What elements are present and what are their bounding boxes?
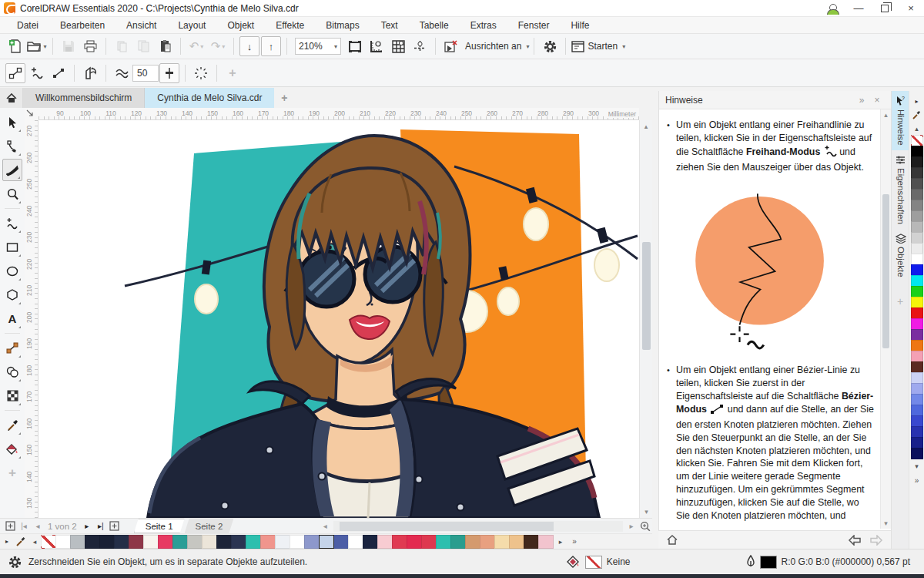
docpalette-scroll-left[interactable]: ◂ xyxy=(28,534,42,549)
docker-tab-eigenschaften[interactable]: Eigenschaften xyxy=(892,150,909,229)
document-color-swatch[interactable] xyxy=(70,535,85,549)
show-guidelines-button[interactable] xyxy=(410,36,430,56)
vertical-scroll-thumb[interactable] xyxy=(642,242,651,350)
document-color-swatch[interactable] xyxy=(348,535,363,549)
document-color-swatch[interactable] xyxy=(99,535,115,549)
tool-zoom[interactable] xyxy=(2,183,22,205)
tool-freehand[interactable] xyxy=(2,212,22,234)
document-color-swatch[interactable] xyxy=(246,535,261,549)
drawing-canvas[interactable] xyxy=(38,120,639,518)
document-color-swatch[interactable] xyxy=(85,535,100,549)
document-color-swatch[interactable] xyxy=(304,535,320,549)
show-rulers-button[interactable] xyxy=(367,36,387,56)
smoothing-slider-button[interactable] xyxy=(159,63,179,83)
document-color-swatch[interactable] xyxy=(494,535,510,549)
zoom-level-input[interactable] xyxy=(299,41,333,52)
vertical-ruler[interactable]: 2702602502402302202102001901801701601501… xyxy=(25,120,38,518)
document-color-swatch[interactable] xyxy=(465,535,480,549)
redo-button[interactable]: ↷▾ xyxy=(208,36,228,56)
color-swatch[interactable] xyxy=(911,372,923,384)
horizontal-ruler[interactable]: Millimeter 90100110120130140150160170180… xyxy=(38,108,639,120)
docker-add-button[interactable]: + xyxy=(892,295,909,307)
canvas-vertical-scrollbar[interactable]: ▴ ▾ xyxy=(639,120,652,518)
tool-ellipse[interactable] xyxy=(2,260,22,282)
panel-scroll-down[interactable]: ▾ xyxy=(881,518,891,529)
previous-page-button[interactable]: ◂ xyxy=(31,519,45,533)
docker-tab-objekte[interactable]: Objekte xyxy=(892,229,909,282)
tab-document[interactable]: Cynthia de Melo Silva.cdr xyxy=(145,88,274,108)
color-swatch[interactable] xyxy=(911,286,923,297)
horizontal-scroll-thumb[interactable] xyxy=(340,522,554,531)
document-color-swatch[interactable] xyxy=(421,535,437,549)
paste-button[interactable] xyxy=(155,36,175,56)
document-color-swatch[interactable] xyxy=(41,535,56,549)
open-document-button[interactable]: ▾ xyxy=(27,36,47,56)
tool-connector[interactable] xyxy=(2,337,22,359)
hints-panel-scrollbar[interactable]: ▴ ▾ xyxy=(880,109,891,529)
document-color-swatch[interactable] xyxy=(172,535,188,549)
tool-text[interactable]: A xyxy=(2,307,22,330)
zoom-level-combo[interactable]: ▾ xyxy=(295,38,341,55)
first-page-button[interactable]: |◂ xyxy=(17,519,31,533)
color-swatch[interactable] xyxy=(911,307,923,319)
document-color-swatch[interactable] xyxy=(407,535,422,549)
docker-tab-hinweise[interactable]: ? Hinweise xyxy=(892,91,909,150)
menu-text[interactable]: Text xyxy=(370,18,409,32)
palette-expand[interactable]: » xyxy=(909,473,924,487)
color-swatch[interactable] xyxy=(911,189,923,200)
color-swatch[interactable] xyxy=(911,426,923,438)
snapping-options-button[interactable] xyxy=(441,36,461,56)
color-swatch[interactable] xyxy=(911,394,923,405)
tool-rectangle[interactable] xyxy=(2,236,22,258)
document-color-swatch[interactable] xyxy=(158,535,173,549)
menu-bearbeiten[interactable]: Bearbeiten xyxy=(49,18,116,32)
palette-eyedropper-icon[interactable] xyxy=(909,108,924,122)
panel-scroll-up[interactable]: ▴ xyxy=(881,109,891,120)
palette-scroll-down[interactable]: ▾ xyxy=(909,459,924,473)
document-color-swatch[interactable] xyxy=(129,535,144,549)
menu-fenster[interactable]: Fenster xyxy=(507,18,561,32)
color-swatch[interactable] xyxy=(911,210,923,222)
new-document-button[interactable] xyxy=(5,36,25,56)
document-color-swatch[interactable] xyxy=(143,535,159,549)
show-grid-button[interactable] xyxy=(388,36,408,56)
share-account-button[interactable] xyxy=(819,0,845,16)
menu-hilfe[interactable]: Hilfe xyxy=(560,18,600,32)
menu-layout[interactable]: Layout xyxy=(167,18,216,32)
document-color-swatch[interactable] xyxy=(363,535,378,549)
panel-collapse-button[interactable]: » xyxy=(854,95,869,106)
color-swatch[interactable] xyxy=(911,437,923,449)
canvas-horizontal-scrollbar[interactable] xyxy=(333,521,623,532)
menu-objekt[interactable]: Objekt xyxy=(216,18,265,32)
save-button[interactable] xyxy=(59,36,79,56)
color-swatch[interactable] xyxy=(911,329,923,341)
color-swatch[interactable] xyxy=(911,200,923,211)
palette-flyout-arrow[interactable]: ▸ xyxy=(909,94,924,108)
document-color-swatch[interactable] xyxy=(538,535,554,549)
knife-direction-button[interactable] xyxy=(80,63,100,83)
page-tab-seite-1[interactable]: Seite 1 xyxy=(134,519,185,533)
add-page-button[interactable] xyxy=(3,519,17,533)
outline-status-group[interactable]: R:0 G:0 B:0 (#000000) 0,567 pt xyxy=(746,555,910,570)
fill-status-group[interactable]: Keine xyxy=(567,556,631,569)
restore-button[interactable] xyxy=(872,0,898,16)
add-preset-button[interactable]: + xyxy=(223,63,243,83)
page-tab-seite-2[interactable]: Seite 2 xyxy=(185,519,234,533)
tool-contour[interactable] xyxy=(2,361,22,383)
next-page-button[interactable]: ▸ xyxy=(80,519,94,533)
launch-button[interactable]: Starten ▾ xyxy=(571,36,625,56)
docpalette-eyedropper-icon[interactable] xyxy=(14,534,28,549)
toolbox-add-tool[interactable]: + xyxy=(2,462,22,484)
hscroll-left-arrow[interactable]: ◂ xyxy=(318,519,332,533)
menu-effekte[interactable]: Effekte xyxy=(265,18,315,32)
color-swatch[interactable] xyxy=(911,297,923,308)
scroll-up-arrow[interactable]: ▴ xyxy=(640,120,652,133)
color-swatch[interactable] xyxy=(911,275,923,287)
color-swatch[interactable] xyxy=(911,351,923,362)
hints-back-button[interactable] xyxy=(848,535,862,546)
color-swatch[interactable] xyxy=(911,254,923,265)
welcome-home-tab[interactable] xyxy=(0,88,23,108)
menu-tabelle[interactable]: Tabelle xyxy=(409,18,460,32)
color-swatch[interactable] xyxy=(911,178,923,190)
tool-interactive-fill[interactable] xyxy=(2,438,22,460)
